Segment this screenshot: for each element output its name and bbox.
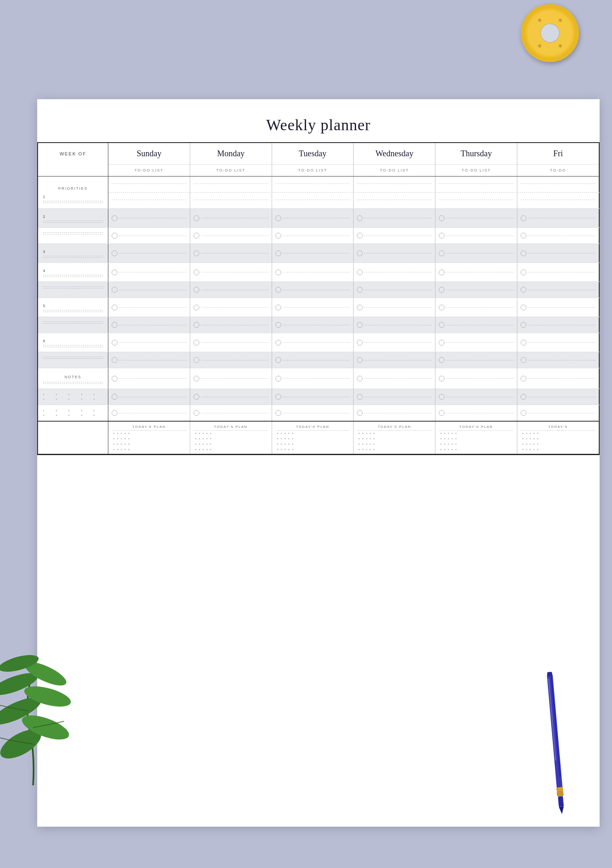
todo-cell[interactable] — [435, 317, 517, 333]
todo-cell[interactable] — [190, 405, 272, 421]
todo-cell[interactable] — [354, 176, 435, 192]
todo-cell[interactable] — [354, 263, 435, 281]
todo-cell[interactable] — [517, 333, 600, 352]
todo-cell[interactable] — [190, 244, 272, 262]
sunday-col: Sunday TO-DO LIST — [108, 143, 190, 176]
todo-cell[interactable] — [517, 228, 600, 243]
todo-cell[interactable] — [517, 405, 600, 421]
todo-cell[interactable] — [272, 228, 354, 243]
todo-cell[interactable] — [354, 317, 435, 333]
todo-cell[interactable] — [272, 389, 354, 405]
dot — [68, 394, 69, 395]
todo-cell[interactable] — [190, 389, 272, 405]
todo-cell[interactable] — [272, 368, 354, 389]
tape-roll-inner — [541, 24, 559, 42]
notes-shaded-1-row — [108, 352, 600, 368]
todo-cell[interactable] — [435, 298, 517, 317]
todo-cell[interactable] — [435, 209, 517, 227]
todo-cell[interactable] — [517, 298, 600, 317]
todays-plan-friday[interactable]: TODAY'S — [517, 422, 600, 454]
todo-cell[interactable] — [108, 352, 190, 368]
todo-cell[interactable] — [272, 317, 354, 333]
todo-cell[interactable] — [108, 176, 190, 192]
dot — [68, 410, 69, 411]
todays-plan-wednesday[interactable]: TODAY'S PLAN — [354, 422, 435, 454]
todays-plan-label: TODAY'S PLAN — [357, 423, 432, 431]
todo-cell[interactable] — [272, 405, 354, 421]
todo-cell[interactable] — [435, 263, 517, 281]
todo-cell[interactable] — [272, 298, 354, 317]
todo-cell[interactable] — [190, 352, 272, 368]
todo-cell[interactable] — [517, 244, 600, 262]
todo-cell[interactable] — [435, 368, 517, 389]
todo-cell[interactable] — [108, 228, 190, 243]
todo-cell[interactable] — [354, 244, 435, 262]
todo-cell[interactable] — [190, 263, 272, 281]
priority-2-left: 2 — [38, 209, 108, 227]
todo-cell[interactable] — [435, 405, 517, 421]
plan-dots — [112, 436, 186, 441]
todo-cell[interactable] — [190, 282, 272, 298]
todo-cell[interactable] — [190, 317, 272, 333]
todo-cell[interactable] — [354, 352, 435, 368]
todo-cell[interactable] — [354, 193, 435, 208]
todays-plan-monday[interactable]: TODAY'S PLAN — [190, 422, 272, 454]
todo-cell[interactable] — [435, 176, 517, 192]
todo-cell[interactable] — [435, 193, 517, 208]
todo-cell[interactable] — [108, 405, 190, 421]
todays-plan-thursday[interactable]: TODAY'S PLAN — [435, 422, 517, 454]
todo-cell[interactable] — [517, 389, 600, 405]
todo-cell[interactable] — [517, 209, 600, 227]
todo-cell[interactable] — [354, 333, 435, 352]
todo-cell[interactable] — [435, 333, 517, 352]
todo-cell[interactable] — [517, 282, 600, 298]
todo-cell[interactable] — [108, 298, 190, 317]
todo-cell[interactable] — [435, 389, 517, 405]
todo-cell[interactable] — [272, 209, 354, 227]
todo-cell[interactable] — [190, 368, 272, 389]
todo-cell[interactable] — [517, 263, 600, 281]
todo-cell[interactable] — [354, 298, 435, 317]
todo-cell[interactable] — [354, 405, 435, 421]
todo-cell[interactable] — [108, 282, 190, 298]
todo-cell[interactable] — [435, 282, 517, 298]
todo-cell[interactable] — [354, 282, 435, 298]
todo-cell[interactable] — [108, 209, 190, 227]
todo-cell[interactable] — [190, 209, 272, 227]
todo-cell[interactable] — [354, 209, 435, 227]
priority-5-section: 5 — [38, 298, 600, 317]
todo-cell[interactable] — [108, 317, 190, 333]
todo-cell[interactable] — [190, 228, 272, 243]
todo-cell[interactable] — [517, 193, 600, 208]
todo-cell[interactable] — [354, 228, 435, 243]
todo-cell[interactable] — [108, 263, 190, 281]
todo-cell[interactable] — [190, 176, 272, 192]
todo-cell[interactable] — [272, 282, 354, 298]
todo-cell[interactable] — [517, 368, 600, 389]
todo-cell[interactable] — [108, 333, 190, 352]
todo-cell[interactable] — [108, 244, 190, 262]
todo-cell[interactable] — [108, 389, 190, 405]
todo-cell[interactable] — [272, 333, 354, 352]
todo-cell[interactable] — [272, 352, 354, 368]
todo-cell[interactable] — [108, 368, 190, 389]
todo-cell[interactable] — [108, 193, 190, 208]
todo-cell[interactable] — [354, 389, 435, 405]
todo-cell[interactable] — [190, 333, 272, 352]
todays-plan-sunday[interactable]: TODAY'S PLAN — [108, 422, 190, 454]
todays-plan-tuesday[interactable]: TODAY'S PLAN — [272, 422, 354, 454]
dot — [43, 394, 44, 395]
todo-cell[interactable] — [517, 176, 600, 192]
todo-cell[interactable] — [272, 263, 354, 281]
todo-cell[interactable] — [435, 228, 517, 243]
todo-cell[interactable] — [272, 244, 354, 262]
todo-cell[interactable] — [272, 193, 354, 208]
todo-cell[interactable] — [190, 298, 272, 317]
todo-cell[interactable] — [190, 193, 272, 208]
todo-cell[interactable] — [272, 176, 354, 192]
todo-cell[interactable] — [435, 352, 517, 368]
todo-cell[interactable] — [517, 317, 600, 333]
todo-cell[interactable] — [435, 244, 517, 262]
todo-cell[interactable] — [517, 352, 600, 368]
todo-cell[interactable] — [354, 368, 435, 389]
